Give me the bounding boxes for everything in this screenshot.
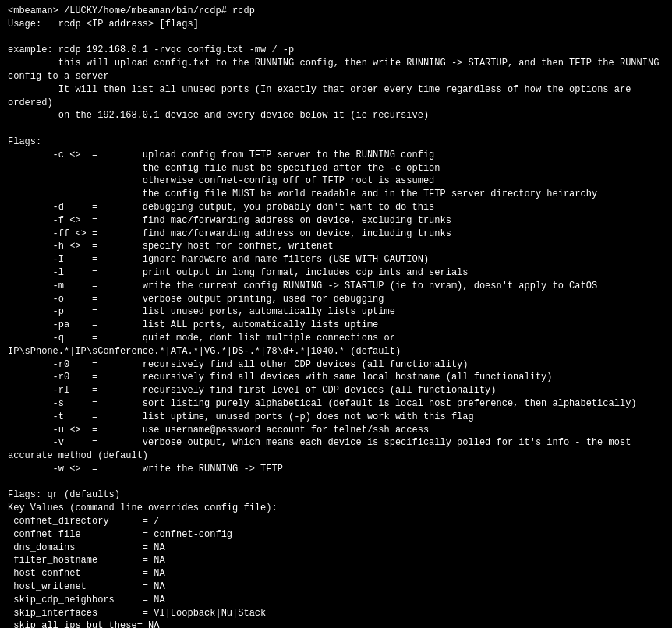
terminal-output: <mbeaman> /LUCKY/home/mbeaman/bin/rcdp# … (8, 5, 664, 628)
terminal-window: <mbeaman> /LUCKY/home/mbeaman/bin/rcdp# … (5, 3, 667, 628)
